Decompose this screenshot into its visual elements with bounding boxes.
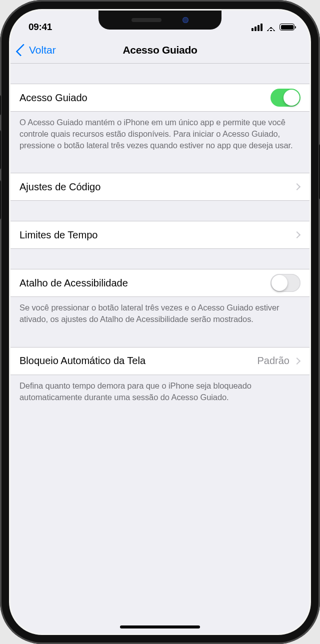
row-time-limits[interactable]: Limites de Tempo [10, 221, 310, 249]
navigation-bar: Voltar Acesso Guiado [10, 37, 310, 64]
row-guided-access[interactable]: Acesso Guiado [10, 84, 310, 112]
notch [98, 11, 222, 30]
row-label: Bloqueio Automático da Tela [20, 355, 146, 367]
chevron-right-icon [294, 183, 300, 190]
battery-icon [280, 24, 294, 31]
device-frame: 09:41 Voltar Acesso Guiado Acesso Guiado [0, 0, 320, 644]
row-passcode-settings[interactable]: Ajustes de Código [10, 173, 310, 201]
row-label: Atalho de Acessibilidade [20, 277, 128, 289]
toggle-accessibility-shortcut[interactable] [270, 274, 300, 292]
chevron-left-icon [16, 44, 28, 56]
chevron-right-icon [294, 358, 300, 365]
settings-content[interactable]: Acesso Guiado O Acesso Guiado mantém o i… [10, 64, 310, 633]
toggle-guided-access[interactable] [270, 89, 300, 107]
chevron-right-icon [294, 231, 300, 238]
speaker-grille [132, 18, 162, 22]
cellular-icon [252, 24, 262, 31]
footer-guided-access: O Acesso Guiado mantém o iPhone em um ún… [10, 112, 310, 153]
row-value: Padrão [258, 355, 290, 367]
footer-accessibility-shortcut: Se você pressionar o botão lateral três … [10, 297, 310, 327]
front-camera [182, 17, 188, 23]
row-label: Ajustes de Código [20, 181, 100, 193]
home-indicator[interactable] [120, 625, 200, 628]
back-label: Voltar [29, 44, 56, 56]
row-accessibility-shortcut[interactable]: Atalho de Acessibilidade [10, 269, 310, 297]
status-time: 09:41 [28, 22, 52, 33]
back-button[interactable]: Voltar [16, 44, 56, 56]
row-label: Acesso Guiado [20, 92, 88, 104]
screen: 09:41 Voltar Acesso Guiado Acesso Guiado [10, 11, 310, 633]
row-label: Limites de Tempo [20, 229, 98, 241]
wifi-icon [266, 24, 276, 31]
row-auto-lock[interactable]: Bloqueio Automático da Tela Padrão [10, 347, 310, 375]
footer-auto-lock: Defina quanto tempo demora para que o iP… [10, 375, 310, 405]
